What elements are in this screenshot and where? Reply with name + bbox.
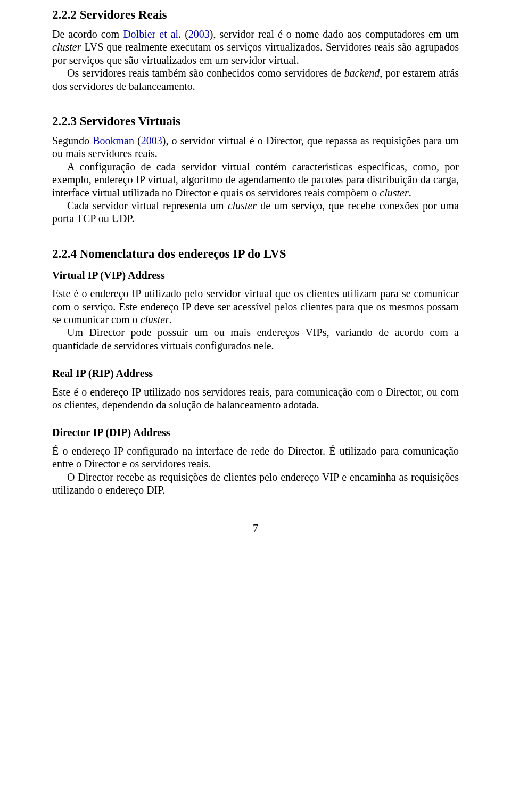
paragraph: É o endereço IP configurado na interface… [52, 445, 459, 471]
italic-term: cluster [228, 200, 257, 211]
citation-year[interactable]: 2003 [141, 135, 162, 146]
citation-author[interactable]: Dolbier et al. [123, 28, 181, 40]
heading-2-2-4: 2.2.4 Nomenclatura dos endereços IP do L… [52, 247, 459, 261]
paragraph: A configuração de cada servidor virtual … [52, 160, 459, 199]
citation-author[interactable]: Bookman [93, 135, 134, 146]
text: . [409, 187, 411, 199]
paragraph: De acordo com Dolbier et al. (2003), ser… [52, 28, 459, 67]
text: ( [181, 28, 188, 40]
paragraph: O Director recebe as requisições de clie… [52, 471, 459, 497]
text: É o endereço IP configurado na interface… [52, 445, 459, 470]
paragraph: Este é o endereço IP utilizado nos servi… [52, 386, 459, 412]
text: Os servidores reais também são conhecido… [67, 67, 344, 79]
text: Um Director pode possuir um ou mais ende… [52, 326, 459, 351]
paragraph: Os servidores reais também são conhecido… [52, 67, 459, 93]
paragraph: Segundo Bookman (2003), o servidor virtu… [52, 134, 459, 160]
heading-dip: Director IP (DIP) Address [52, 426, 459, 439]
italic-term: cluster [141, 314, 169, 325]
italic-term: cluster [380, 187, 408, 199]
italic-term: cluster [52, 41, 81, 53]
text: Este é o endereço IP utilizado nos servi… [52, 386, 459, 411]
text: De acordo com [52, 28, 123, 40]
paragraph: Um Director pode possuir um ou mais ende… [52, 326, 459, 352]
heading-2-2-2: 2.2.2 Servidores Reais [52, 7, 459, 22]
page-number: 7 [52, 522, 459, 535]
paragraph: Cada servidor virtual representa um clus… [52, 199, 459, 225]
paragraph: Este é o endereço IP utilizado pelo serv… [52, 287, 459, 326]
italic-term: backend [344, 67, 380, 79]
heading-rip: Real IP (RIP) Address [52, 367, 459, 380]
heading-vip: Virtual IP (VIP) Address [52, 269, 459, 282]
text: Segundo [52, 135, 93, 146]
text: ), servidor real é o nome dado aos compu… [210, 28, 459, 40]
text: LVS que realmente executam os serviços v… [52, 41, 459, 65]
citation-year[interactable]: 2003 [188, 28, 210, 40]
heading-2-2-3: 2.2.3 Servidores Virtuais [52, 114, 459, 129]
text: O Director recebe as requisições de clie… [52, 471, 459, 496]
text: ( [134, 135, 141, 146]
text: Este é o endereço IP utilizado pelo serv… [52, 288, 459, 325]
text: Cada servidor virtual representa um [67, 200, 228, 211]
text: . [169, 314, 172, 325]
